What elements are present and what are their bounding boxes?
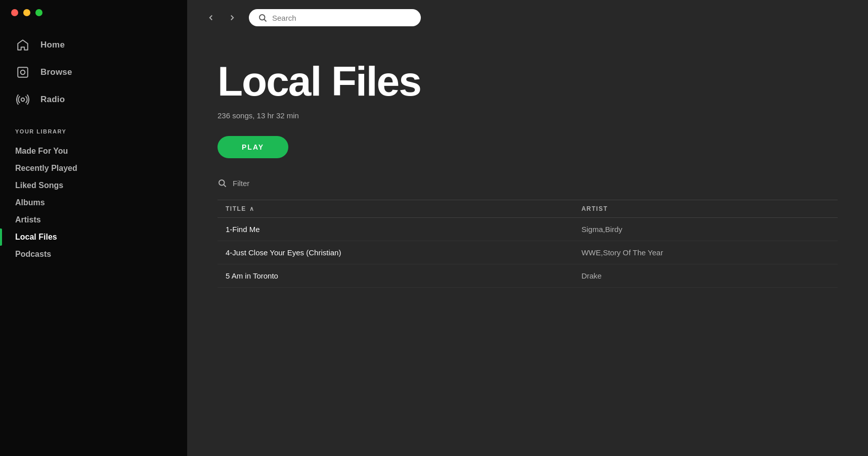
minimize-button[interactable] <box>23 9 30 16</box>
filter-search-icon <box>218 178 227 188</box>
search-input[interactable] <box>272 14 412 22</box>
content-area: Local Files 236 songs, 13 hr 32 min PLAY… <box>187 35 868 456</box>
svg-line-7 <box>224 185 226 187</box>
main-nav: Home Browse Ra <box>0 21 187 118</box>
topbar <box>187 0 868 35</box>
sidebar-item-label-radio: Radio <box>40 95 65 105</box>
sidebar-item-label-browse: Browse <box>40 67 72 77</box>
albums-label: Albums <box>15 198 45 207</box>
title-column-header[interactable]: TITLE ∧ <box>218 200 573 218</box>
main-content: Local Files 236 songs, 13 hr 32 min PLAY… <box>187 0 868 456</box>
svg-point-4 <box>259 15 265 20</box>
sidebar-item-radio[interactable]: Radio <box>0 86 187 113</box>
filter-input[interactable] <box>233 179 334 188</box>
sidebar-item-label-home: Home <box>40 40 65 50</box>
made-for-you-label: Made For You <box>15 147 68 156</box>
svg-point-6 <box>219 180 225 186</box>
forward-button[interactable] <box>224 9 241 26</box>
track-artist: Drake <box>573 264 838 288</box>
sidebar-item-local-files[interactable]: Local Files <box>15 229 172 246</box>
tracks-list: 1-Find Me Sigma,Birdy 4-Just Close Your … <box>218 218 838 288</box>
sidebar-item-liked-songs[interactable]: Liked Songs <box>15 177 172 194</box>
table-row[interactable]: 1-Find Me Sigma,Birdy <box>218 218 838 241</box>
titlebar <box>0 0 187 21</box>
sidebar-item-albums[interactable]: Albums <box>15 194 172 211</box>
track-title: 1-Find Me <box>218 218 573 241</box>
navigation-arrows <box>202 9 241 26</box>
library-heading: YOUR LIBRARY <box>15 128 172 134</box>
track-title: 5 Am in Toronto <box>218 264 573 288</box>
track-artist: WWE,Story Of The Year <box>573 241 838 264</box>
svg-point-3 <box>21 98 25 102</box>
tracks-table: TITLE ∧ ARTIST 1-Find Me Sigma,Birdy 4-J… <box>218 200 838 288</box>
back-button[interactable] <box>202 9 220 26</box>
liked-songs-label: Liked Songs <box>15 181 63 190</box>
sidebar-item-podcasts[interactable]: Podcasts <box>15 246 172 263</box>
radio-icon <box>15 92 30 107</box>
search-bar[interactable] <box>249 9 421 26</box>
artist-column-header[interactable]: ARTIST <box>573 200 838 218</box>
play-button[interactable]: PLAY <box>218 136 288 158</box>
local-files-label: Local Files <box>15 233 57 242</box>
sort-arrow-icon: ∧ <box>249 205 255 212</box>
browse-icon <box>15 65 30 80</box>
sidebar: Home Browse Ra <box>0 0 187 456</box>
svg-line-5 <box>264 19 266 21</box>
sidebar-item-browse[interactable]: Browse <box>0 59 187 86</box>
sidebar-item-made-for-you[interactable]: Made For You <box>15 143 172 160</box>
search-icon <box>258 13 267 22</box>
sidebar-item-recently-played[interactable]: Recently Played <box>15 160 172 177</box>
track-artist: Sigma,Birdy <box>573 218 838 241</box>
recently-played-label: Recently Played <box>15 164 77 173</box>
sidebar-item-artists[interactable]: Artists <box>15 211 172 229</box>
table-row[interactable]: 5 Am in Toronto Drake <box>218 264 838 288</box>
svg-rect-0 <box>18 67 28 77</box>
maximize-button[interactable] <box>35 9 42 16</box>
close-button[interactable] <box>11 9 18 16</box>
sidebar-item-home[interactable]: Home <box>0 31 187 59</box>
tracks-table-header: TITLE ∧ ARTIST <box>218 200 838 218</box>
home-icon <box>15 37 30 53</box>
filter-bar <box>218 178 838 192</box>
podcasts-label: Podcasts <box>15 250 51 259</box>
svg-point-1 <box>21 70 25 75</box>
track-title: 4-Just Close Your Eyes (Christian) <box>218 241 573 264</box>
page-meta: 236 songs, 13 hr 32 min <box>218 111 838 120</box>
library-section: YOUR LIBRARY Made For You Recently Playe… <box>0 118 187 268</box>
artists-label: Artists <box>15 215 41 224</box>
page-title: Local Files <box>218 61 838 102</box>
table-row[interactable]: 4-Just Close Your Eyes (Christian) WWE,S… <box>218 241 838 264</box>
